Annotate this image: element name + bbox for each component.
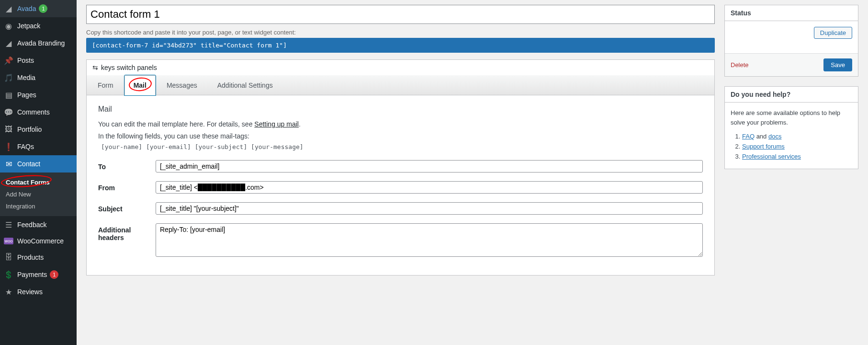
info-icon: ❗ bbox=[4, 142, 13, 151]
docs-link[interactable]: docs bbox=[768, 133, 781, 140]
delete-link[interactable]: Delete bbox=[731, 61, 749, 69]
help-links-list: FAQ and docs Support forums Professional… bbox=[731, 133, 852, 160]
sidebar-item-avada[interactable]: ◢ Avada 1 bbox=[0, 0, 77, 17]
status-actions: Duplicate bbox=[731, 27, 852, 39]
status-footer: Delete Save bbox=[725, 53, 858, 76]
status-title: Status bbox=[725, 5, 858, 21]
sidebar-item-avada-branding[interactable]: ◢ Avada Branding bbox=[0, 34, 77, 52]
mail-icon: ✉ bbox=[4, 159, 13, 169]
label-subject: Subject bbox=[98, 202, 156, 213]
avada-icon: ◢ bbox=[4, 4, 13, 13]
tab-mail[interactable]: Mail bbox=[124, 75, 156, 95]
help-title: Do you need help? bbox=[725, 87, 858, 103]
sidebar-boxes: Status Duplicate Delete Save Do you need… bbox=[724, 5, 858, 340]
media-icon: 🎵 bbox=[4, 73, 13, 82]
sidebar-item-woocommerce[interactable]: woo WooCommerce bbox=[0, 233, 77, 249]
setting-up-mail-link[interactable]: Setting up mail bbox=[254, 120, 299, 128]
main-content: Copy this shortcode and paste it into yo… bbox=[77, 0, 868, 345]
sidebar-item-faqs[interactable]: ❗ FAQs bbox=[0, 138, 77, 155]
sidebar-label: Avada bbox=[17, 5, 36, 12]
textarea-additional-headers[interactable]: Reply-To: [your-email] bbox=[156, 223, 703, 257]
help-box: Do you need help? Here are some availabl… bbox=[724, 86, 858, 169]
support-forums-link[interactable]: Support forums bbox=[742, 143, 785, 150]
mail-tags-intro: In the following fields, you can use the… bbox=[98, 131, 703, 141]
panel-switch-label: keys switch panels bbox=[101, 64, 157, 71]
sidebar-label: Comments bbox=[17, 108, 50, 116]
sidebar-label: FAQs bbox=[17, 143, 34, 150]
sidebar-label: Avada Branding bbox=[17, 39, 65, 47]
sidebar-item-payments[interactable]: 💲 Payments 1 bbox=[0, 266, 77, 283]
field-row-subject: Subject bbox=[98, 202, 703, 215]
professional-services-link[interactable]: Professional services bbox=[742, 153, 801, 160]
status-body: Duplicate Delete Save bbox=[725, 21, 858, 76]
label-additional-headers: Additional headers bbox=[98, 223, 156, 242]
switch-icon: ⇆ bbox=[92, 64, 98, 71]
help-link-item: Professional services bbox=[742, 153, 852, 160]
sidebar-item-reviews[interactable]: ★ Reviews bbox=[0, 283, 77, 300]
sidebar-label: Products bbox=[17, 253, 44, 261]
content-column: Copy this shortcode and paste it into yo… bbox=[86, 5, 715, 340]
sidebar-label: Pages bbox=[17, 91, 36, 99]
field-row-additional-headers: Additional headers Reply-To: [your-email… bbox=[98, 223, 703, 257]
sidebar-label: Media bbox=[17, 74, 35, 81]
sidebar-item-jetpack[interactable]: ◉ Jetpack bbox=[0, 17, 77, 34]
submenu-contact-forms[interactable]: Contact Forms bbox=[0, 176, 77, 188]
tab-messages[interactable]: Messages bbox=[158, 75, 206, 95]
sidebar-label: Reviews bbox=[17, 288, 43, 296]
jetpack-icon: ◉ bbox=[4, 21, 13, 31]
sidebar-label: Contact bbox=[17, 160, 40, 168]
form-title-input[interactable] bbox=[86, 5, 715, 24]
sidebar-label: Portfolio bbox=[17, 126, 42, 133]
help-body: Here are some available options to help … bbox=[725, 103, 858, 169]
mail-panel-body: Mail You can edit the mail template here… bbox=[87, 95, 714, 275]
sidebar-item-posts[interactable]: 📌 Posts bbox=[0, 52, 77, 69]
faq-link[interactable]: FAQ bbox=[742, 133, 755, 140]
contact-submenu: Contact Forms Add New Integration bbox=[0, 172, 77, 216]
input-to[interactable] bbox=[156, 160, 703, 172]
sidebar-item-feedback[interactable]: ☰ Feedback bbox=[0, 216, 77, 233]
portfolio-icon: 🖼 bbox=[4, 125, 13, 134]
input-from[interactable] bbox=[156, 181, 703, 194]
sidebar-item-products[interactable]: 🗄 Products bbox=[0, 249, 77, 266]
help-link-item: Support forums bbox=[742, 143, 852, 150]
star-icon: ★ bbox=[4, 287, 13, 297]
help-link-item: FAQ and docs bbox=[742, 133, 852, 140]
update-badge: 1 bbox=[39, 4, 47, 13]
input-subject[interactable] bbox=[156, 202, 703, 215]
shortcode-description: Copy this shortcode and paste it into yo… bbox=[86, 29, 715, 36]
tabs-row: Form Mail Messages Additional Settings bbox=[87, 75, 714, 95]
save-button[interactable]: Save bbox=[823, 58, 852, 71]
pages-icon: ▤ bbox=[4, 90, 13, 100]
comments-icon: 💬 bbox=[4, 107, 13, 117]
field-row-to: To bbox=[98, 160, 703, 172]
tab-additional-settings[interactable]: Additional Settings bbox=[208, 75, 282, 95]
sidebar-label: Posts bbox=[17, 57, 34, 64]
field-row-from: From bbox=[98, 181, 703, 194]
tab-form[interactable]: Form bbox=[89, 75, 123, 95]
duplicate-button[interactable]: Duplicate bbox=[814, 27, 852, 39]
status-box: Status Duplicate Delete Save bbox=[724, 5, 858, 77]
sidebar-label: Payments bbox=[17, 271, 47, 278]
help-text: Here are some available options to help … bbox=[731, 108, 852, 127]
sidebar-label: Jetpack bbox=[17, 22, 40, 30]
update-badge: 1 bbox=[50, 270, 58, 279]
panel-switch-header: ⇆ keys switch panels bbox=[87, 60, 714, 75]
sidebar-item-comments[interactable]: 💬 Comments bbox=[0, 104, 77, 121]
avada-icon: ◢ bbox=[4, 38, 13, 48]
products-icon: 🗄 bbox=[4, 253, 13, 262]
submenu-add-new[interactable]: Add New bbox=[0, 188, 77, 200]
label-to: To bbox=[98, 160, 156, 171]
woo-icon: woo bbox=[4, 238, 13, 244]
shortcode-box[interactable]: [contact-form-7 id="34bd273" title="Cont… bbox=[86, 38, 715, 53]
sidebar-item-contact[interactable]: ✉ Contact bbox=[0, 155, 77, 172]
sidebar-item-media[interactable]: 🎵 Media bbox=[0, 69, 77, 86]
submenu-integration[interactable]: Integration bbox=[0, 200, 77, 212]
sidebar-item-portfolio[interactable]: 🖼 Portfolio bbox=[0, 121, 77, 138]
mail-heading: Mail bbox=[98, 105, 703, 114]
editor-panel: ⇆ keys switch panels Form Mail Messages … bbox=[86, 59, 715, 276]
sidebar-item-pages[interactable]: ▤ Pages bbox=[0, 86, 77, 104]
label-from: From bbox=[98, 181, 156, 192]
form-icon: ☰ bbox=[4, 220, 13, 230]
sidebar-label: Feedback bbox=[17, 221, 46, 229]
pin-icon: 📌 bbox=[4, 56, 13, 65]
